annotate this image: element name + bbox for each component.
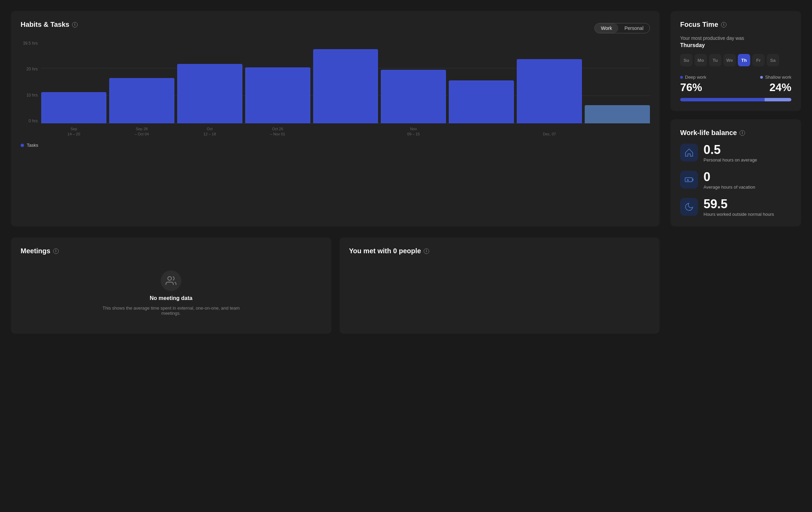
bar-label-2: Sep 28– Oct 04 [135,126,149,136]
wlb-personal-desc: Personal hours on average [704,157,757,163]
y-axis: 39.5 hrs 20 hrs 10 hrs 0 hrs [21,41,41,137]
moon-icon-circle [680,198,698,216]
meetings-info-icon[interactable]: i [53,248,59,254]
day-pill-fr[interactable]: Fr [752,54,765,66]
bar-label-8: Dec, 07 [543,132,556,136]
work-life-balance-panel: Work-life balance i 0.5 Personal hours o… [671,119,801,226]
bar-group-5 [313,41,378,123]
deep-work-dot [680,76,683,79]
focus-progress-bar [680,98,791,101]
bar-group-3: Oct12 – 18 [177,41,242,123]
y-label-bottom: 0 hrs [21,119,41,123]
day-pill-mo[interactable]: Mo [695,54,707,66]
wlb-vacation-desc: Average hours of vacation [704,185,755,190]
meetings-panel: Meetings i No meeting data This shows th… [11,237,331,334]
no-meeting-title: No meeting data [150,295,192,301]
bar-label-3: Oct12 – 18 [203,126,216,136]
wlb-item-outside: 59.5 Hours worked outside normal hours [680,198,791,217]
battery-icon-circle [680,171,698,189]
work-types: Deep work 76% Shallow work 24% [680,75,791,94]
svg-point-1 [168,277,172,280]
bar-group-1: Sep14 – 20 [41,41,106,123]
chart-legend: Tasks [21,143,650,148]
meetings-title-text: Meetings [21,247,50,255]
y-label-3: 10 hrs [21,93,41,98]
wlb-item-vacation: 0 Average hours of vacation [680,171,791,190]
no-meeting-data-container: No meeting data This shows the average t… [21,262,322,324]
wlb-title-text: Work-life balance [680,129,737,137]
bar-group-4: Oct 26– Nov 01 [245,41,310,123]
bar-group-6: Nov09 – 15 [381,41,446,123]
personal-toggle-btn[interactable]: Personal [618,23,650,33]
no-meeting-subtitle: This shows the average time spent in ext… [102,305,240,316]
wlb-personal-info: 0.5 Personal hours on average [704,144,757,163]
bar-group-2: Sep 28– Oct 04 [109,41,174,123]
shallow-work-dot [760,76,763,79]
home-icon-circle [680,144,698,162]
bar-group-9 [585,41,650,123]
bar-5 [313,49,378,123]
wlb-outside-value: 59.5 [704,198,774,210]
deep-work-label: Deep work [685,75,706,80]
habits-tasks-title: Habits & Tasks i [21,21,78,29]
bottom-left-container: Meetings i No meeting data This shows th… [11,237,660,334]
day-pill-tu[interactable]: Tu [709,54,721,66]
bar-group-7 [449,41,514,123]
focus-time-title: Focus Time i [680,21,791,29]
shallow-work-section: Shallow work 24% [760,75,791,94]
focus-time-panel: Focus Time i Your most productive day wa… [671,11,801,111]
bar-7 [449,80,514,123]
bar-label-4: Oct 26– Nov 01 [270,126,285,136]
met-with-panel: You met with 0 people i [340,237,660,334]
y-label-2: 20 hrs [21,67,41,71]
svg-rect-0 [685,178,692,182]
legend-dot [21,144,24,147]
work-toggle-btn[interactable]: Work [595,23,618,33]
wlb-info-icon[interactable]: i [740,130,745,136]
deep-work-pct: 76% [680,81,706,94]
focus-time-title-text: Focus Time [680,21,718,29]
bar-8 [517,59,582,123]
bar-6 [381,70,446,123]
meetings-title: Meetings i [21,247,322,255]
wlb-outside-info: 59.5 Hours worked outside normal hours [704,198,774,217]
bar-label-1: Sep14 – 20 [68,126,80,136]
deep-progress [680,98,765,101]
bar-4 [245,67,310,123]
legend-label: Tasks [27,143,38,148]
day-pills-container: Su Mo Tu We Th Fr Sa [680,54,791,66]
shallow-work-pct: 24% [760,81,791,94]
work-personal-toggle[interactable]: Work Personal [594,23,650,33]
bar-9 [585,105,650,123]
day-pill-th[interactable]: Th [738,54,750,66]
met-with-title-text: You met with 0 people [349,247,421,255]
deep-work-section: Deep work 76% [680,75,706,94]
shallow-progress [765,98,791,101]
productive-day-name: Thursday [680,42,791,48]
habits-info-icon[interactable]: i [72,22,78,27]
productive-day-label: Your most productive day was [680,35,791,41]
bar-1 [41,92,106,123]
habits-chart: 39.5 hrs 20 hrs 10 hrs 0 hrs Sep14 – 20 … [21,41,650,137]
right-column: Focus Time i Your most productive day wa… [671,11,801,226]
day-pill-we[interactable]: We [723,54,736,66]
habits-title-text: Habits & Tasks [21,21,69,29]
focus-time-info-icon[interactable]: i [721,22,727,27]
people-icon-circle [161,270,181,291]
bar-group-8: Dec, 07 [517,41,582,123]
wlb-vacation-info: 0 Average hours of vacation [704,171,755,190]
met-with-title: You met with 0 people i [349,247,650,255]
habits-tasks-panel: Habits & Tasks i Work Personal 39.5 hrs … [11,11,660,226]
chart-bars-container: Sep14 – 20 Sep 28– Oct 04 Oct12 – 18 Oct… [41,41,650,137]
day-pill-su[interactable]: Su [680,54,693,66]
wlb-personal-value: 0.5 [704,144,757,156]
wlb-item-personal: 0.5 Personal hours on average [680,144,791,163]
shallow-work-label: Shallow work [765,75,791,80]
wlb-vacation-value: 0 [704,171,755,183]
met-with-info-icon[interactable]: i [424,248,429,254]
bar-label-6: Nov09 – 15 [407,126,420,136]
bar-2 [109,78,174,123]
y-label-top: 39.5 hrs [21,41,41,46]
day-pill-sa[interactable]: Sa [767,54,779,66]
wlb-outside-desc: Hours worked outside normal hours [704,212,774,217]
